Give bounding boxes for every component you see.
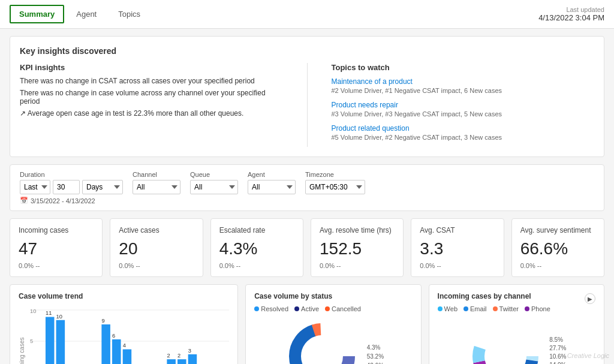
filter-duration-inputs: Last Days Weeks Months — [20, 180, 123, 194]
legend-email-dot — [463, 306, 468, 311]
topic-meta-3: #5 Volume Driver, #2 Negative CSAT impac… — [332, 134, 595, 141]
filter-timezone-select[interactable]: GMT+05:30 — [305, 180, 365, 194]
kpi-card-change-5: 0.0% -- — [520, 262, 595, 269]
kpi-card-value-5: 66.6% — [520, 239, 595, 258]
tab-topics[interactable]: Topics — [109, 5, 150, 23]
svg-text:11: 11 — [46, 310, 52, 316]
chart-volume-status: Case volume by status Resolved Active Ca… — [245, 284, 421, 364]
legend-twitter-dot — [493, 306, 498, 311]
filter-duration-label: Duration — [20, 171, 123, 178]
svg-text:2: 2 — [167, 353, 170, 359]
date-range: 📅 3/15/2022 - 4/13/2022 — [20, 197, 594, 204]
filter-channel-select[interactable]: All — [133, 180, 180, 194]
svg-text:2: 2 — [177, 353, 180, 359]
watermark: Creative Logic — [567, 352, 609, 359]
bar-chart-svg: 10 5 0 11 10 9 6 4 2 — [30, 305, 229, 364]
filter-queue-group: Queue All — [190, 171, 238, 194]
legend-cancelled: Cancelled — [325, 305, 361, 312]
legend-web-label: Web — [444, 305, 458, 312]
topics-section: Topics to watch Maintenance of a product… — [332, 63, 595, 147]
filter-queue-select[interactable]: All — [190, 180, 238, 194]
filter-timezone-group: Timezone GMT+05:30 — [305, 171, 365, 194]
kpi-card-value-2: 4.3% — [219, 239, 294, 258]
nav-tabs: Summary Agent Topics — [10, 5, 150, 23]
calendar-icon: 📅 — [20, 197, 28, 204]
chart-next-button[interactable]: ▶ — [585, 293, 595, 304]
filter-duration-preset[interactable]: Last — [20, 180, 50, 194]
kpi-item-1: There was no change in CSAT across all c… — [20, 77, 283, 85]
topic-link-3[interactable]: Product related question — [332, 124, 410, 133]
topics-title: Topics to watch — [332, 63, 595, 72]
topic-meta-1: #2 Volume Driver, #1 Negative CSAT impac… — [332, 87, 595, 94]
chart-volume-status-legend: Resolved Active Cancelled — [254, 305, 412, 312]
kpi-card-value-3: 152.5 — [320, 239, 395, 258]
filter-duration-group: Duration Last Days Weeks Months — [20, 171, 123, 194]
chart-volume-trend-title: Case volume trend — [19, 292, 229, 300]
topic-link-2[interactable]: Product needs repair — [332, 101, 398, 109]
kpi-card-change-2: 0.0% -- — [219, 262, 294, 269]
svg-text:10: 10 — [56, 314, 62, 320]
legend-active: Active — [294, 305, 319, 312]
kpi-item-3-text: Average open case age in test is 22.3% m… — [28, 109, 244, 118]
donut-hole — [303, 337, 341, 364]
legend-web-dot — [438, 306, 443, 311]
kpi-card-change-0: 0.0% -- — [19, 262, 94, 269]
charts-row: Case volume trend Incoming cases 10 5 0 … — [10, 284, 604, 364]
donut-channel-hole — [486, 337, 525, 364]
chart-channel-title: Incoming cases by channel — [438, 292, 531, 300]
topic-meta-2: #3 Volume Driver, #3 Negative CSAT impac… — [332, 110, 595, 118]
legend-cancelled-dot — [325, 306, 330, 311]
chart-channel-header: Incoming cases by channel ▶ — [438, 292, 595, 305]
filter-channel-label: Channel — [133, 171, 180, 178]
kpi-title: KPI insights — [20, 63, 283, 72]
topic-link-1[interactable]: Maintenance of a product — [332, 77, 413, 86]
filter-agent-select[interactable]: All — [248, 180, 296, 194]
kpi-card-0: Incoming cases 47 0.0% -- — [10, 218, 103, 277]
svg-text:9: 9 — [101, 318, 104, 324]
topic-item-2: Product needs repair #3 Volume Driver, #… — [332, 100, 595, 118]
bar-mar27-1 — [46, 317, 55, 364]
kpi-card-change-3: 0.0% -- — [320, 262, 395, 269]
filter-queue-label: Queue — [190, 171, 238, 178]
channel-percent-labels: 8.5% 27.7% 10.6% 14.9% 19.1% — [549, 336, 566, 365]
donut-svg-status — [283, 317, 361, 364]
legend-resolved-dot — [254, 306, 259, 311]
legend-email-label: Email — [470, 305, 487, 312]
channel-pct-2: 27.7% — [549, 345, 566, 351]
filter-agent-label: Agent — [248, 171, 296, 178]
topic-item-3: Product related question #5 Volume Drive… — [332, 124, 595, 141]
svg-text:4: 4 — [123, 342, 126, 348]
legend-resolved-label: Resolved — [261, 305, 288, 312]
tab-agent[interactable]: Agent — [67, 5, 106, 23]
nav-bar: Summary Agent Topics Last updated 4/13/2… — [0, 0, 614, 29]
filters-bar: Duration Last Days Weeks Months Channel … — [10, 164, 604, 211]
chart-volume-trend: Case volume trend Incoming cases 10 5 0 … — [10, 284, 238, 364]
legend-cancelled-label: Cancelled — [332, 305, 361, 312]
svg-text:6: 6 — [112, 333, 115, 339]
bar-apr03-2 — [112, 339, 121, 364]
yaxis-label: Incoming cases — [19, 305, 25, 364]
filter-duration-number[interactable] — [53, 180, 80, 194]
tab-summary[interactable]: Summary — [10, 5, 64, 23]
filter-duration-period[interactable]: Days Weeks Months — [82, 180, 123, 194]
kpi-section: KPI insights There was no change in CSAT… — [20, 63, 283, 147]
insights-title: Key insights discovered — [20, 46, 594, 56]
chart-volume-status-title: Case volume by status — [254, 292, 412, 300]
insights-content: KPI insights There was no change in CSAT… — [20, 63, 594, 147]
last-updated-section: Last updated 4/13/2022 3:04 PM — [538, 6, 604, 22]
kpi-card-1: Active cases 20 0.0% -- — [110, 218, 203, 277]
kpi-card-title-4: Avg. CSAT — [420, 226, 495, 234]
donut-pct-3: 42.6% — [367, 362, 384, 365]
bar-apr10-2 — [177, 359, 186, 364]
last-updated-label: Last updated — [538, 6, 604, 13]
legend-phone-dot — [525, 306, 529, 311]
legend-twitter-label: Twitter — [499, 305, 519, 312]
bar-mar27-2 — [56, 320, 65, 364]
legend-resolved: Resolved — [254, 305, 288, 312]
kpi-item-2: There was no change in case volume acros… — [20, 89, 283, 106]
channel-pct-4: 14.9% — [549, 362, 566, 365]
kpi-card-change-4: 0.0% -- — [420, 262, 495, 269]
filter-row: Duration Last Days Weeks Months Channel … — [20, 171, 594, 194]
filter-agent-group: Agent All — [248, 171, 296, 194]
kpi-card-5: Avg. survey sentiment 66.6% 0.0% -- — [511, 218, 604, 277]
